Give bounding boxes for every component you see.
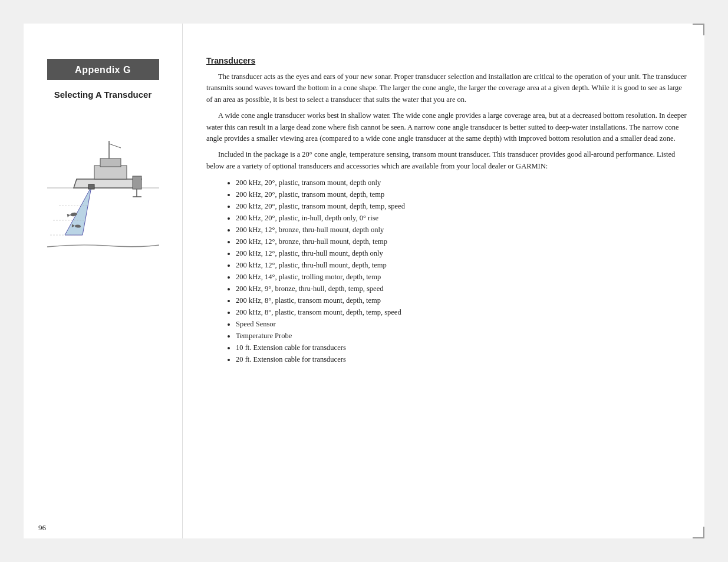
svg-rect-6 <box>88 184 94 189</box>
list-item: 200 kHz, 12°, bronze, thru-hull mount, d… <box>236 236 687 247</box>
list-item: 200 kHz, 20°, plastic, in-hull, depth on… <box>236 212 687 224</box>
svg-rect-3 <box>133 176 141 189</box>
boat-illustration <box>41 123 165 265</box>
list-item: 20 ft. Extension cable for transducers <box>236 353 687 365</box>
transducers-heading: Transducers <box>206 56 687 65</box>
section-title: Selecting A Transducer <box>54 90 152 100</box>
list-item: 200 kHz, 9°, bronze, thru-hull, depth, t… <box>236 283 687 295</box>
paragraph-2: A wide cone angle transducer works best … <box>206 110 687 144</box>
appendix-header: Appendix G <box>47 59 159 80</box>
list-item: Temperature Probe <box>236 330 687 342</box>
transducers-heading-text: Transducers <box>206 56 255 65</box>
list-item: 200 kHz, 8°, plastic, transom mount, dep… <box>236 306 687 318</box>
section-title-text: Selecting A Transducer <box>54 90 152 100</box>
paragraph-1: The transducer acts as the eyes and ears… <box>206 71 687 105</box>
transducer-list: 200 kHz, 20°, plastic, transom mount, de… <box>236 177 687 365</box>
paragraph-3: Included in the package is a 20° cone an… <box>206 149 687 172</box>
left-panel: Appendix G Selecting A Transducer <box>24 24 183 538</box>
list-item: 200 kHz, 20°, plastic, transom mount, de… <box>236 189 687 200</box>
page-number-text: 96 <box>38 523 46 532</box>
paragraph-2-text: A wide cone angle transducer works best … <box>206 110 687 144</box>
svg-rect-2 <box>100 158 121 167</box>
list-item: 200 kHz, 20°, plastic, transom mount, de… <box>236 177 687 189</box>
paragraph-1-text: The transducer acts as the eyes and ears… <box>206 71 687 105</box>
page-number: 96 <box>38 523 46 533</box>
page-container: ⊕ ⊕ ⊕ ⊕ Appendix G Selecting A Transduce… <box>0 0 728 562</box>
list-item: 200 kHz, 8°, plastic, transom mount, dep… <box>236 295 687 306</box>
list-item: 200 kHz, 12°, plastic, thru-hull mount, … <box>236 247 687 259</box>
list-item: 200 kHz, 20°, plastic, transom mount, de… <box>236 200 687 212</box>
list-item: 200 kHz, 12°, plastic, thru-hull mount, … <box>236 259 687 271</box>
paragraph-3-text: Included in the package is a 20° cone an… <box>206 149 687 172</box>
list-item: 10 ft. Extension cable for transducers <box>236 342 687 353</box>
svg-rect-1 <box>94 166 127 179</box>
appendix-label: Appendix G <box>75 65 131 75</box>
list-item: 200 kHz, 14°, plastic, trolling motor, d… <box>236 271 687 283</box>
list-item: 200 kHz, 12°, bronze, thru-hull mount, d… <box>236 224 687 236</box>
svg-line-11 <box>109 144 121 148</box>
list-item: Speed Sensor <box>236 318 687 330</box>
right-panel: Transducers The transducer acts as the e… <box>183 24 704 538</box>
page-content: Appendix G Selecting A Transducer <box>24 24 704 538</box>
